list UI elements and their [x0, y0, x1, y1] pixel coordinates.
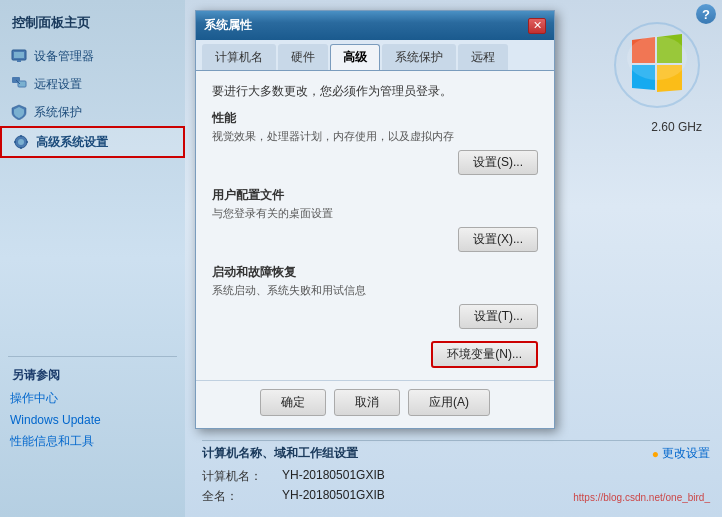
csdn-watermark: https://blog.csdn.net/one_bird_ — [573, 492, 710, 503]
performance-title: 性能 — [212, 110, 538, 127]
action-center-link[interactable]: 操作中心 — [0, 387, 185, 410]
advanced-settings-icon — [12, 133, 30, 151]
startup-recovery-desc: 系统启动、系统失败和用试信息 — [212, 283, 538, 298]
performance-desc: 视觉效果，处理器计划，内存使用，以及虚拟内存 — [212, 129, 538, 144]
dialog-title: 系统属性 — [204, 17, 252, 34]
computer-name-label: 计算机名： — [202, 468, 282, 485]
sidebar-item-remote-settings-label: 远程设置 — [34, 76, 82, 93]
sidebar-item-device-manager-label: 设备管理器 — [34, 48, 94, 65]
sidebar-item-remote-settings[interactable]: 远程设置 — [0, 70, 185, 98]
svg-rect-1 — [14, 52, 24, 58]
computer-name-row: 计算机名： YH-20180501GXIB — [202, 468, 385, 485]
tab-remote[interactable]: 远程 — [458, 44, 508, 70]
cpu-speed: 2.60 GHz — [651, 120, 702, 134]
env-btn-row: 环境变量(N)... — [212, 341, 538, 368]
dialog-titlebar: 系统属性 ✕ — [196, 11, 554, 40]
full-name-label: 全名： — [202, 488, 282, 505]
sidebar: 控制面板主页 设备管理器 远程设置 系统保护 高级系统设置 — [0, 0, 185, 517]
apply-button[interactable]: 应用(A) — [408, 389, 490, 416]
tab-hardware[interactable]: 硬件 — [278, 44, 328, 70]
change-settings-icon: ● — [652, 447, 659, 461]
dialog-body: 要进行大多数更改，您必须作为管理员登录。 性能 视觉效果，处理器计划，内存使用，… — [196, 71, 554, 380]
tab-system-protection[interactable]: 系统保护 — [382, 44, 456, 70]
startup-recovery-title: 启动和故障恢复 — [212, 264, 538, 281]
windows-update-link[interactable]: Windows Update — [0, 410, 185, 430]
startup-recovery-btn-row: 设置(T)... — [212, 304, 538, 329]
svg-rect-2 — [17, 60, 21, 62]
remote-settings-icon — [10, 75, 28, 93]
performance-section: 性能 视觉效果，处理器计划，内存使用，以及虚拟内存 设置(S)... — [212, 110, 538, 175]
dialog-notice: 要进行大多数更改，您必须作为管理员登录。 — [212, 83, 538, 100]
dialog-close-button[interactable]: ✕ — [528, 18, 546, 34]
performance-settings-button[interactable]: 设置(S)... — [458, 150, 538, 175]
change-settings-area: ● 更改设置 https://blog.csdn.net/one_bird_ — [573, 445, 710, 503]
sidebar-item-device-manager[interactable]: 设备管理器 — [0, 42, 185, 70]
tab-advanced[interactable]: 高级 — [330, 44, 380, 70]
svg-point-7 — [18, 139, 24, 145]
svg-rect-4 — [18, 81, 26, 87]
ok-button[interactable]: 确定 — [260, 389, 326, 416]
environment-variables-button[interactable]: 环境变量(N)... — [431, 341, 538, 368]
full-name-value: YH-20180501GXIB — [282, 488, 385, 505]
sidebar-item-system-protection-label: 系统保护 — [34, 104, 82, 121]
user-profiles-section: 用户配置文件 与您登录有关的桌面设置 设置(X)... — [212, 187, 538, 252]
computer-name-section: 计算机名称、域和工作组设置 计算机名： YH-20180501GXIB 全名： … — [202, 445, 385, 508]
sidebar-item-advanced-settings[interactable]: 高级系统设置 — [0, 126, 185, 158]
full-name-row: 全名： YH-20180501GXIB — [202, 488, 385, 505]
main-panel: ? 控制面板主页 设备管理器 远程设置 系统保护 高级系统设置 — [0, 0, 722, 517]
windows-logo-svg — [612, 20, 702, 110]
performance-btn-row: 设置(S)... — [212, 150, 538, 175]
sidebar-item-system-protection[interactable]: 系统保护 — [0, 98, 185, 126]
computer-info-title: 计算机名称、域和工作组设置 — [202, 445, 385, 462]
user-profiles-settings-button[interactable]: 设置(X)... — [458, 227, 538, 252]
startup-recovery-settings-button[interactable]: 设置(T)... — [459, 304, 538, 329]
startup-recovery-section: 启动和故障恢复 系统启动、系统失败和用试信息 设置(T)... — [212, 264, 538, 329]
also-see-label: 另请参阅 — [0, 361, 185, 387]
system-protection-icon — [10, 103, 28, 121]
sidebar-title: 控制面板主页 — [0, 8, 185, 42]
system-properties-dialog: 系统属性 ✕ 计算机名 硬件 高级 系统保护 远程 要进行大多数更改，您必须作为… — [195, 10, 555, 429]
sidebar-item-advanced-settings-label: 高级系统设置 — [36, 134, 108, 151]
tab-computer-name[interactable]: 计算机名 — [202, 44, 276, 70]
device-manager-icon — [10, 47, 28, 65]
dialog-tabs: 计算机名 硬件 高级 系统保护 远程 — [196, 40, 554, 71]
dialog-footer: 确定 取消 应用(A) — [196, 380, 554, 428]
user-profiles-desc: 与您登录有关的桌面设置 — [212, 206, 538, 221]
user-profiles-btn-row: 设置(X)... — [212, 227, 538, 252]
svg-point-13 — [627, 36, 687, 80]
performance-info-link[interactable]: 性能信息和工具 — [0, 430, 185, 453]
computer-name-value: YH-20180501GXIB — [282, 468, 385, 485]
user-profiles-title: 用户配置文件 — [212, 187, 538, 204]
windows-logo-area — [612, 20, 702, 110]
change-settings-link[interactable]: ● 更改设置 — [652, 445, 710, 462]
cancel-button[interactable]: 取消 — [334, 389, 400, 416]
